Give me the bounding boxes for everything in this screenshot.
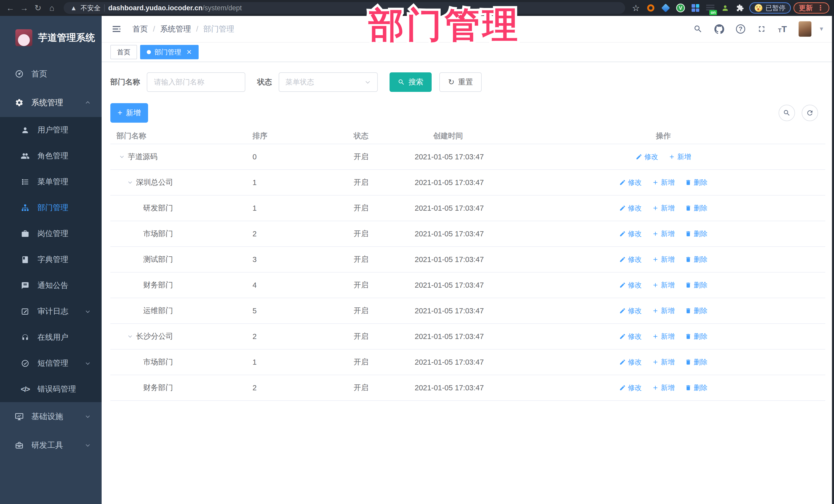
tab-dept[interactable]: 部门管理 ✕ (140, 45, 199, 59)
add-link[interactable]: 新增 (652, 306, 675, 315)
table-row[interactable]: 市场部门 2 开启 2021-01-05 17:03:47 修改 新增 删除 (110, 221, 825, 247)
delete-link[interactable]: 删除 (685, 255, 707, 264)
extension-orange-icon[interactable] (646, 3, 655, 13)
delete-link[interactable]: 删除 (685, 332, 707, 341)
sidebar-item-dict[interactable]: 字典管理 (0, 247, 102, 272)
github-icon[interactable] (715, 24, 724, 34)
sidebar-item-roles[interactable]: 角色管理 (0, 143, 102, 169)
edit-link[interactable]: 修改 (619, 281, 642, 290)
add-link[interactable]: 新增 (652, 281, 675, 290)
fullscreen-icon[interactable] (757, 24, 766, 34)
help-icon[interactable]: ? (736, 24, 745, 34)
forward-icon[interactable]: → (19, 2, 30, 14)
search-button[interactable]: 搜索 (390, 72, 432, 92)
search-icon[interactable] (694, 24, 703, 34)
extension-on-icon[interactable]: on (706, 3, 715, 13)
show-search-button[interactable] (778, 105, 795, 121)
add-link[interactable]: 新增 (652, 332, 675, 341)
delete-link[interactable]: 删除 (685, 357, 707, 367)
expand-icon[interactable] (118, 153, 125, 160)
sidebar-logo-row[interactable]: 芋道管理系统 (0, 16, 102, 60)
sidebar-item-posts[interactable]: 岗位管理 (0, 221, 102, 247)
table-row[interactable]: 市场部门 1 开启 2021-01-05 17:03:47 修改 新增 删除 (110, 350, 825, 375)
table-row[interactable]: 运维部门 5 开启 2021-01-05 17:03:47 修改 新增 删除 (110, 298, 825, 324)
table-row[interactable]: 长沙分公司 2 开启 2021-01-05 17:03:47 修改 新增 删除 (110, 324, 825, 350)
table-row[interactable]: 芋道源码 0 开启 2021-01-05 17:03:47 修改 新增 (110, 144, 825, 170)
browser-update-button[interactable]: 更新 ⋮ (793, 2, 829, 14)
profile-paused-pill[interactable]: 已暂停 (749, 2, 791, 14)
add-link[interactable]: 新增 (668, 152, 691, 161)
back-icon[interactable]: ← (5, 2, 16, 14)
home-icon[interactable]: ⌂ (46, 2, 58, 14)
sidebar-item-users[interactable]: 用户管理 (0, 117, 102, 143)
dept-name: 财务部门 (143, 280, 173, 290)
delete-link[interactable]: 删除 (685, 229, 707, 238)
sidebar-item-departments[interactable]: 部门管理 (0, 195, 102, 221)
edit-link[interactable]: 修改 (619, 357, 642, 367)
breadcrumb-system[interactable]: 系统管理 (160, 24, 191, 35)
edit-link[interactable]: 修改 (619, 229, 642, 238)
add-link[interactable]: 新增 (652, 357, 675, 367)
avatar[interactable] (798, 21, 811, 37)
bookmark-star-icon[interactable]: ☆ (631, 3, 640, 13)
sidebar-item-audit-logs[interactable]: 审计日志 (0, 299, 102, 324)
sidebar-item-online-users[interactable]: 在线用户 (0, 324, 102, 350)
sidebar-item-error-codes[interactable]: </> 错误码管理 (0, 376, 102, 402)
table-row[interactable]: 财务部门 2 开启 2021-01-05 17:03:47 修改 新增 删除 (110, 375, 825, 401)
delete-link[interactable]: 删除 (685, 383, 707, 392)
font-size-icon[interactable]: TT (778, 25, 787, 34)
add-link[interactable]: 新增 (652, 203, 675, 213)
extension-blue-icon[interactable] (661, 3, 670, 13)
reload-icon[interactable]: ↻ (32, 2, 44, 14)
status-select[interactable]: 菜单状态 (279, 72, 378, 92)
extensions-puzzle-icon[interactable] (736, 3, 745, 13)
hamburger-icon[interactable] (111, 24, 122, 34)
sidebar-item-system[interactable]: 系统管理 (0, 88, 102, 117)
delete-link[interactable]: 删除 (685, 306, 707, 315)
tab-home[interactable]: 首页 (110, 45, 137, 59)
sidebar-item-infrastructure[interactable]: 基础设施 (0, 402, 102, 431)
edit-link[interactable]: 修改 (619, 332, 642, 341)
edit-link[interactable]: 修改 (619, 383, 642, 392)
edit-link[interactable]: 修改 (619, 255, 642, 264)
breadcrumb-home[interactable]: 首页 (132, 24, 148, 35)
add-button[interactable]: + 新增 (110, 103, 148, 123)
sidebar-item-notices[interactable]: 通知公告 (0, 272, 102, 299)
trash-icon (685, 359, 692, 366)
add-link[interactable]: 新增 (652, 178, 675, 187)
sidebar-item-menus[interactable]: 菜单管理 (0, 169, 102, 195)
trash-icon (685, 307, 692, 314)
reset-button[interactable]: ↻ 重置 (439, 72, 482, 92)
edit-link[interactable]: 修改 (619, 178, 642, 187)
expand-icon[interactable] (127, 179, 133, 186)
add-link[interactable]: 新增 (652, 255, 675, 264)
extension-green-icon[interactable]: V (676, 3, 685, 13)
edit-link[interactable]: 修改 (636, 152, 658, 161)
refresh-button[interactable] (802, 105, 818, 121)
delete-link[interactable]: 删除 (685, 178, 707, 187)
status-label: 状态 (257, 77, 272, 87)
add-link[interactable]: 新增 (652, 383, 675, 392)
delete-link[interactable]: 删除 (685, 281, 707, 290)
browser-menu-icon[interactable]: ⋮ (817, 6, 824, 10)
address-bar[interactable]: ▲ 不安全 dashboard.yudao.iocoder.cn/system/… (64, 2, 625, 14)
table-row[interactable]: 测试部门 3 开启 2021-01-05 17:03:47 修改 新增 删除 (110, 247, 825, 272)
sidebar-item-label: 字典管理 (38, 254, 68, 265)
table-row[interactable]: 研发部门 1 开启 2021-01-05 17:03:47 修改 新增 删除 (110, 196, 825, 221)
table-row[interactable]: 财务部门 4 开启 2021-01-05 17:03:47 修改 新增 删除 (110, 272, 825, 298)
close-icon[interactable]: ✕ (186, 48, 192, 56)
table-row[interactable]: 深圳总公司 1 开启 2021-01-05 17:03:47 修改 新增 删除 (110, 170, 825, 196)
sidebar-item-dev-tools[interactable]: 研发工具 (0, 431, 102, 460)
edit-link[interactable]: 修改 (619, 203, 642, 213)
caret-down-icon[interactable]: ▼ (819, 26, 824, 32)
delete-link[interactable]: 删除 (685, 203, 707, 213)
sidebar-item-home[interactable]: 首页 (0, 60, 102, 88)
extension-grid-icon[interactable] (691, 3, 700, 13)
extension-person-icon[interactable] (721, 3, 730, 13)
edit-link[interactable]: 修改 (619, 306, 642, 315)
expand-icon[interactable] (127, 333, 133, 340)
add-link[interactable]: 新增 (652, 229, 675, 238)
sidebar-item-sms[interactable]: 短信管理 (0, 350, 102, 376)
window-edge (832, 16, 834, 504)
dept-name-input[interactable] (147, 72, 245, 92)
